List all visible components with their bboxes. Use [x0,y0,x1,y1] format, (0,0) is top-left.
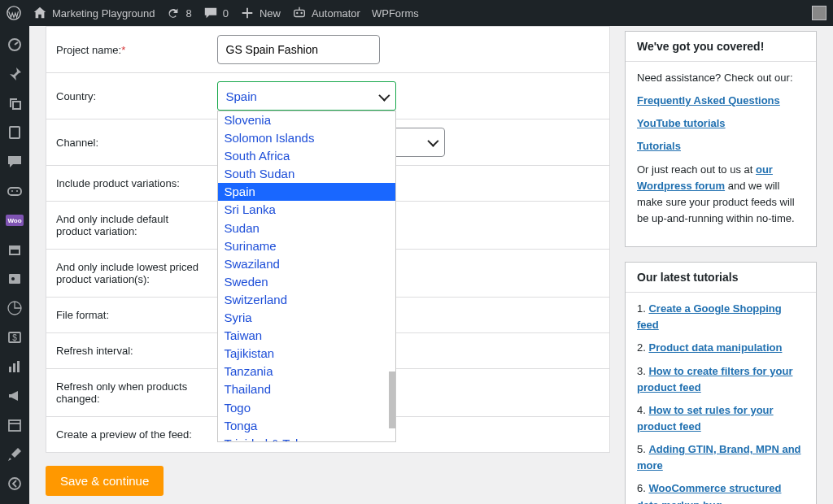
chevron-down-icon [428,137,436,149]
admin-sidenav: Woo $ [0,26,29,504]
site-name[interactable]: Marketing Playground [33,6,155,20]
country-option[interactable]: Sri Lanka [218,201,395,219]
nav-archive[interactable] [0,236,29,263]
tutorial-item: 4. How to set rules for your product fee… [637,402,805,435]
country-option[interactable]: Tanzania [218,363,395,380]
country-option[interactable]: Suriname [218,237,395,255]
svg-rect-11 [10,249,20,254]
nav-contact[interactable] [0,265,29,293]
svg-point-9 [16,190,18,192]
save-continue-button[interactable]: Save & continue [46,466,164,496]
svg-point-2 [296,12,298,14]
automator[interactable]: Automator [292,6,360,20]
youtube-link[interactable]: YouTube tutorials [637,117,726,129]
nav-megaphone[interactable] [0,382,29,410]
nav-woocommerce[interactable]: Woo [0,206,29,234]
country-option[interactable]: South Africa [218,147,395,165]
country-select[interactable]: Spain [217,81,396,111]
refresh-changed-label-1: Refresh only when products [56,380,187,393]
updates-count: 8 [185,7,191,20]
chevron-down-icon [379,89,387,103]
nav-dollar[interactable]: $ [0,324,29,351]
faq-link[interactable]: Frequently Asked Questions [637,94,780,106]
nav-collapse[interactable] [0,470,29,497]
nav-comments[interactable] [0,148,29,176]
updates[interactable]: 8 [166,6,191,20]
tutorial-link[interactable]: How to set rules for your product feed [637,404,774,432]
country-option[interactable]: South Sudan [218,165,395,183]
nav-media[interactable] [0,89,29,117]
refresh-changed-label-2: changed: [56,393,100,405]
country-option[interactable]: Syria [218,309,395,327]
nav-bar-chart[interactable] [0,353,29,380]
only-lowest-label-1: And only include lowest priced [56,261,198,273]
wp-logo[interactable] [7,6,21,20]
nav-tools[interactable] [0,441,29,468]
wpforms[interactable]: WPForms [372,7,419,20]
new-content[interactable]: New [240,6,281,20]
nav-controller[interactable] [0,177,29,205]
country-option[interactable]: Togo [218,399,395,417]
svg-rect-19 [17,361,20,372]
project-name-label: Project name: [56,44,121,56]
country-option[interactable]: Sweden [218,273,395,291]
nav-calendar[interactable] [0,411,29,439]
svg-rect-17 [9,367,11,372]
country-option[interactable]: Switzerland [218,291,395,309]
nav-dashboard[interactable] [0,31,29,59]
preview-label: Create a preview of the feed: [56,428,192,441]
tutorials-link[interactable]: Tutorials [637,140,681,152]
avatar [812,6,826,20]
svg-point-3 [300,12,302,14]
tutorials-panel: Our latest tutorials 1. Create a Google … [625,262,817,504]
country-option[interactable]: Tonga [218,417,395,435]
svg-point-21 [9,478,20,489]
country-option[interactable]: Solomon Islands [218,129,395,147]
svg-rect-7 [8,188,21,195]
svg-rect-18 [13,363,15,372]
scrollbar-thumb[interactable] [389,371,395,428]
country-option[interactable]: Tajikistan [218,345,395,363]
tutorial-link[interactable]: Product data manipulation [648,341,782,354]
only-default-label-2: product variation: [56,225,137,237]
new-label: New [259,7,281,20]
tutorial-item: 5. Adding GTIN, Brand, MPN and more [637,441,805,474]
svg-rect-10 [9,245,20,248]
svg-text:$: $ [12,333,17,342]
tutorial-item: 2. Product data manipulation [637,340,805,356]
country-option[interactable]: Thailand [218,380,395,398]
refresh-icon [166,6,181,20]
woo-icon: Woo [6,215,24,226]
nav-pages[interactable] [0,119,29,146]
only-default-label-1: And only include default [56,213,168,225]
comments[interactable]: 0 [203,6,229,20]
nav-pin[interactable] [0,60,29,88]
nav-analytics[interactable] [0,294,29,322]
tutorial-item: 6. WooCommerce structured data markup bu… [637,480,805,504]
home-icon [33,6,47,20]
site-name-label: Marketing Playground [52,7,155,20]
file-format-label: File format: [56,309,109,321]
user-menu[interactable] [812,6,826,20]
tutorial-link[interactable]: How to create filters for your product f… [637,365,792,393]
country-option[interactable]: Slovenia [218,111,395,129]
country-dropdown[interactable]: SloveniaSolomon IslandsSouth AfricaSouth… [217,111,396,442]
country-option[interactable]: Spain [218,183,395,201]
include-variations-label: Include product variations: [56,177,180,189]
svg-point-13 [11,277,15,280]
comment-icon [203,6,218,20]
country-option[interactable]: Swaziland [218,255,395,273]
automator-label: Automator [312,7,360,20]
country-option[interactable]: Trinidad & Tobago [218,435,395,442]
project-name-input[interactable] [217,35,380,64]
adminbar: Marketing Playground 8 0 New Automator W… [0,0,833,26]
tutorial-item: 1. Create a Google Shopping feed [637,301,805,333]
channel-label: Channel: [56,137,98,149]
tutorials-panel-title: Our latest tutorials [626,263,816,293]
country-option[interactable]: Sudan [218,219,395,237]
tutorial-link[interactable]: Adding GTIN, Brand, MPN and more [637,443,801,471]
tutorial-link[interactable]: WooCommerce structured data markup bug [637,482,781,504]
tutorial-link[interactable]: Create a Google Shopping feed [637,302,782,331]
reach-pre: Or just reach out to us at [637,163,756,176]
country-option[interactable]: Taiwan [218,327,395,345]
